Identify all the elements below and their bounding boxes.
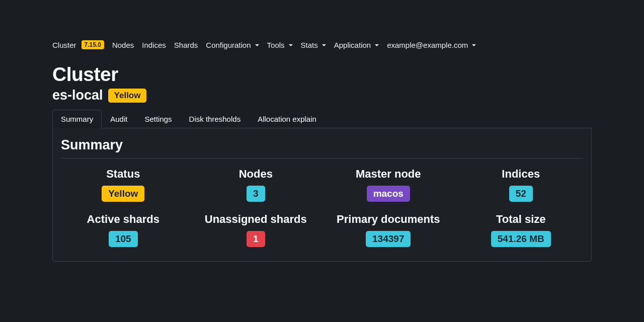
chevron-down-icon bbox=[289, 44, 293, 46]
stat-title: Active shards bbox=[61, 213, 186, 226]
top-navbar: Cluster 7.15.0 Nodes Indices Shards Conf… bbox=[52, 40, 592, 49]
master-node-link[interactable]: macos bbox=[373, 188, 404, 199]
nav-nodes[interactable]: Nodes bbox=[112, 41, 134, 49]
stat-title: Unassigned shards bbox=[194, 213, 318, 226]
chevron-down-icon bbox=[375, 44, 379, 46]
stat-nodes: Nodes 3 bbox=[194, 168, 318, 202]
nav-item-label: Application bbox=[334, 41, 371, 49]
unassigned-shards-link[interactable]: 1 bbox=[253, 233, 259, 244]
nav-brand[interactable]: Cluster 7.15.0 bbox=[52, 40, 104, 49]
stat-unassigned-shards: Unassigned shards 1 bbox=[194, 213, 318, 247]
page-title: Cluster bbox=[52, 63, 592, 86]
stat-status: Status Yellow bbox=[61, 168, 186, 202]
chevron-down-icon bbox=[472, 44, 476, 46]
stat-total-size: Total size 541.26 MB bbox=[459, 213, 584, 247]
nav-item-label: Shards bbox=[174, 41, 198, 49]
summary-heading: Summary bbox=[61, 137, 583, 158]
stat-value-badge[interactable]: 1 bbox=[247, 231, 265, 247]
stat-indices: Indices 52 bbox=[459, 168, 584, 202]
stat-value-badge: 3 bbox=[247, 186, 265, 202]
nav-user-menu[interactable]: example@example.com bbox=[387, 41, 476, 49]
stat-title: Nodes bbox=[194, 168, 318, 181]
nav-stats[interactable]: Stats bbox=[301, 41, 326, 49]
nav-item-label: Tools bbox=[267, 41, 285, 49]
nav-tools[interactable]: Tools bbox=[267, 41, 293, 49]
nav-indices[interactable]: Indices bbox=[142, 41, 166, 49]
stat-primary-documents: Primary documents 134397 bbox=[326, 213, 451, 247]
stat-value-badge[interactable]: macos bbox=[367, 186, 410, 202]
stat-title: Master node bbox=[326, 168, 451, 181]
tab-settings[interactable]: Settings bbox=[136, 110, 180, 128]
nav-configuration[interactable]: Configuration bbox=[206, 41, 259, 49]
stat-value-badge: 134397 bbox=[366, 231, 411, 247]
nav-item-label: Nodes bbox=[112, 41, 134, 49]
stat-value-badge: 52 bbox=[509, 186, 533, 202]
nav-item-label: example@example.com bbox=[387, 41, 468, 49]
nav-shards[interactable]: Shards bbox=[174, 41, 198, 49]
nav-item-label: Stats bbox=[301, 41, 318, 49]
stat-title: Primary documents bbox=[326, 213, 451, 226]
tab-disk-thresholds[interactable]: Disk thresholds bbox=[181, 110, 250, 128]
nav-brand-label: Cluster bbox=[52, 41, 76, 49]
stat-value-badge: 105 bbox=[109, 231, 138, 247]
stat-value-badge: 541.26 MB bbox=[491, 231, 551, 247]
nav-item-label: Indices bbox=[142, 41, 166, 49]
stat-master-node: Master node macos bbox=[326, 168, 451, 202]
stat-title: Status bbox=[61, 168, 186, 181]
cluster-subheader: es-local Yellow bbox=[52, 88, 592, 103]
summary-panel: Summary Status Yellow Nodes 3 Master nod… bbox=[52, 128, 592, 262]
stat-active-shards: Active shards 105 bbox=[61, 213, 186, 247]
tab-summary[interactable]: Summary bbox=[52, 110, 102, 128]
chevron-down-icon bbox=[322, 44, 326, 46]
stat-title: Total size bbox=[459, 213, 584, 226]
stat-value-badge: Yellow bbox=[102, 186, 144, 202]
stats-grid: Status Yellow Nodes 3 Master node macos … bbox=[61, 168, 583, 247]
tab-allocation-explain[interactable]: Allocation explain bbox=[249, 110, 325, 128]
stat-title: Indices bbox=[459, 168, 584, 181]
nav-application[interactable]: Application bbox=[334, 41, 379, 49]
cluster-tabs: Summary Audit Settings Disk thresholds A… bbox=[52, 109, 592, 128]
chevron-down-icon bbox=[255, 44, 259, 46]
nav-item-label: Configuration bbox=[206, 41, 251, 49]
cluster-health-badge: Yellow bbox=[108, 89, 147, 103]
tab-audit[interactable]: Audit bbox=[102, 110, 136, 128]
cluster-name: es-local bbox=[52, 88, 103, 103]
version-badge: 7.15.0 bbox=[82, 40, 104, 49]
